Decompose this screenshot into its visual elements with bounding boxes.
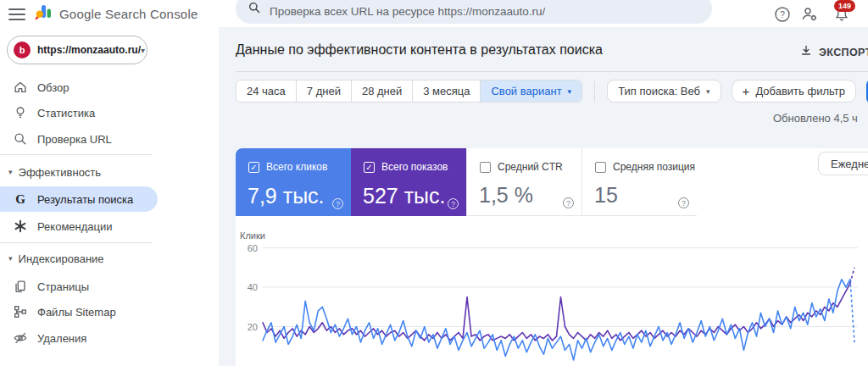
sitemap-icon bbox=[13, 304, 28, 319]
chevron-down-icon: ▾ bbox=[568, 87, 572, 96]
range-3m-button[interactable]: 3 месяца bbox=[413, 80, 481, 102]
series-line-Всего кликов bbox=[263, 280, 850, 360]
download-icon bbox=[799, 44, 813, 61]
metric-cards: ✓ Всего кликов 7,9 тыс. ? ✓ Всего показо… bbox=[236, 148, 697, 216]
metric-card-average-ctr[interactable]: Средний CTR 1,5 % ? bbox=[466, 148, 581, 216]
y-axis-label: Клики bbox=[240, 230, 265, 241]
user-settings-button[interactable] bbox=[800, 5, 819, 24]
toolbar-divider bbox=[594, 81, 595, 102]
section-indexing[interactable]: ▾ Индексирование bbox=[0, 247, 186, 269]
date-range-group: 24 часа 7 дней 28 дней 3 месяца Свой вар… bbox=[236, 80, 582, 103]
property-selector[interactable]: b https://monzaauto.ru/ ▾ bbox=[7, 36, 147, 64]
sidebar-item-url-inspection[interactable]: Проверка URL bbox=[0, 126, 186, 152]
chevron-down-icon: ▾ bbox=[706, 87, 710, 96]
google-search-console-app: Google Search Console Проверка всех URL … bbox=[0, 0, 868, 366]
help-button[interactable]: ? bbox=[773, 5, 792, 24]
sidebar-item-insights[interactable]: Статистика bbox=[0, 100, 186, 125]
top-header: Google Search Console Проверка всех URL … bbox=[0, 0, 868, 27]
svg-text:?: ? bbox=[780, 10, 785, 19]
sidebar-item-sitemaps[interactable]: Файлы Sitemap bbox=[0, 299, 186, 324]
chevron-down-icon: ▾ bbox=[8, 168, 13, 176]
y-tick-label: 60 bbox=[248, 243, 258, 253]
url-inspection-search-input[interactable]: Проверка всех URL на ресурсе https://mon… bbox=[236, 0, 712, 24]
magnifier-icon bbox=[13, 131, 28, 147]
app-logo[interactable]: Google Search Console bbox=[34, 3, 198, 25]
range-28d-button[interactable]: 28 дней bbox=[352, 80, 413, 102]
range-custom-button[interactable]: Свой вариант ▾ bbox=[481, 80, 581, 102]
sidebar-divider bbox=[0, 242, 153, 243]
pages-icon bbox=[13, 279, 28, 294]
search-placeholder: Проверка всех URL на ресурсе https://mon… bbox=[270, 5, 545, 18]
app-title: Google Search Console bbox=[59, 7, 198, 21]
sidebar-item-overview[interactable]: Обзор bbox=[0, 75, 186, 100]
metric-card-total-impressions[interactable]: ✓ Всего показов 527 тыс. ? bbox=[351, 148, 466, 216]
export-button[interactable]: ЭКСПОРТИРОВАТЬ bbox=[799, 44, 868, 61]
chevron-down-icon: ▾ bbox=[8, 254, 13, 263]
filter-toolbar: 24 часа 7 дней 28 дней 3 месяца Свой вар… bbox=[236, 80, 868, 103]
sidebar-item-removals[interactable]: Удаления bbox=[0, 325, 186, 351]
help-icon[interactable]: ? bbox=[448, 198, 459, 209]
help-icon[interactable]: ? bbox=[563, 197, 574, 208]
y-tick-label: 40 bbox=[248, 282, 258, 292]
site-favicon: b bbox=[14, 42, 31, 58]
y-tick-label: 20 bbox=[248, 322, 258, 332]
home-icon bbox=[13, 80, 28, 95]
main-content: Данные по эффективности контента в резул… bbox=[219, 27, 868, 366]
plus-icon: + bbox=[743, 84, 750, 98]
checkbox-checked[interactable]: ✓ bbox=[248, 162, 259, 173]
report-panel: ✓ Всего кликов 7,9 тыс. ? ✓ Всего показо… bbox=[236, 148, 868, 366]
sidebar-item-recommendations[interactable]: Рекомендации bbox=[0, 214, 186, 239]
range-24h-button[interactable]: 24 часа bbox=[236, 80, 297, 102]
hamburger-menu-icon[interactable] bbox=[8, 5, 25, 19]
performance-chart: 204060Клики bbox=[236, 229, 868, 366]
search-icon bbox=[248, 1, 261, 18]
lightbulb-icon bbox=[13, 105, 28, 120]
notification-badge: 149 bbox=[834, 0, 855, 12]
help-icon[interactable]: ? bbox=[678, 197, 689, 208]
sidebar-divider bbox=[0, 154, 153, 155]
add-filter-button[interactable]: + Добавить фильтр bbox=[732, 80, 856, 103]
range-7d-button[interactable]: 7 дней bbox=[297, 80, 352, 102]
checkbox-unchecked[interactable] bbox=[595, 162, 606, 173]
sidebar-item-search-results[interactable]: G Результаты поиска bbox=[0, 186, 158, 212]
granularity-dropdown[interactable]: Ежедневно bbox=[818, 152, 868, 175]
series-line-dashed-Всего кликов bbox=[850, 280, 854, 342]
sidebar: b https://monzaauto.ru/ ▾ Обзор Статисти… bbox=[0, 27, 219, 366]
eye-slash-icon bbox=[13, 330, 28, 346]
sidebar-item-pages[interactable]: Страницы bbox=[0, 274, 186, 299]
chevron-down-icon: ▾ bbox=[141, 46, 145, 55]
search-type-dropdown[interactable]: Тип поиска: Веб ▾ bbox=[607, 80, 721, 103]
section-performance[interactable]: ▾ Эффективность bbox=[0, 161, 186, 183]
page-title: Данные по эффективности контента в резул… bbox=[236, 42, 603, 58]
metric-card-total-clicks[interactable]: ✓ Всего кликов 7,9 тыс. ? bbox=[236, 148, 351, 216]
spark-asterisk-icon bbox=[13, 219, 28, 234]
metric-card-average-position[interactable]: Средняя позиция 15 ? bbox=[581, 148, 697, 216]
property-url: https://monzaauto.ru/ bbox=[37, 44, 141, 56]
google-g-icon: G bbox=[13, 191, 28, 207]
search-console-logo-icon bbox=[34, 3, 53, 25]
title-divider bbox=[236, 71, 868, 72]
updated-timestamp: Обновлено 4,5 ч bbox=[773, 112, 858, 125]
checkbox-unchecked[interactable] bbox=[480, 162, 491, 173]
help-icon[interactable]: ? bbox=[332, 198, 343, 209]
checkbox-checked[interactable]: ✓ bbox=[364, 162, 375, 173]
